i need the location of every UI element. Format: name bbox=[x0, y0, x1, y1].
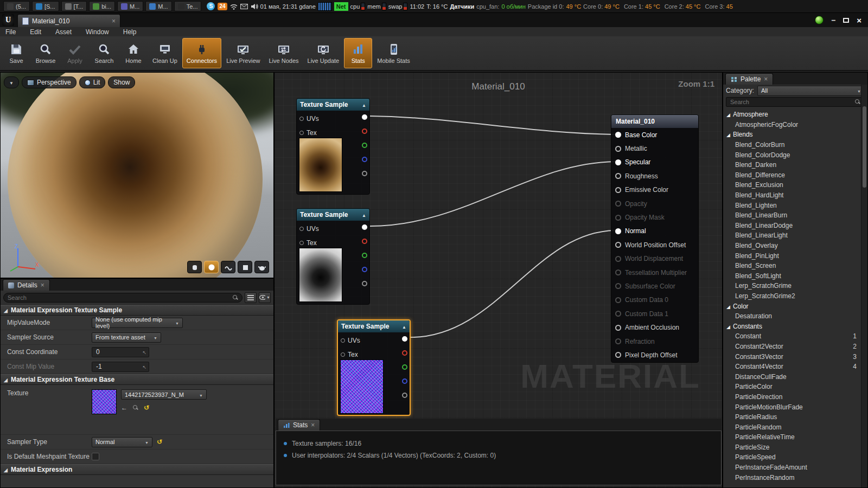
drag-handle-icon[interactable] bbox=[142, 363, 146, 370]
a-output-pin[interactable] bbox=[362, 171, 367, 176]
uvs-pin[interactable] bbox=[299, 117, 304, 121]
palette-list-item[interactable]: Blend_LinearDodge bbox=[723, 221, 861, 231]
volume-icon[interactable] bbox=[251, 3, 258, 10]
taskbar-window-button[interactable]: (5... bbox=[3, 1, 30, 11]
mem-meter[interactable]: mem bbox=[367, 3, 386, 10]
g-output-pin[interactable] bbox=[402, 364, 407, 370]
close-icon[interactable] bbox=[764, 75, 768, 83]
palette-list-item[interactable]: Lerp_ScratchGrime bbox=[723, 281, 861, 291]
live-nodes-button[interactable]: Live Nodes bbox=[265, 38, 302, 68]
network-graph[interactable] bbox=[318, 2, 332, 11]
palette-list-item[interactable]: ParticleRadius bbox=[723, 412, 861, 422]
uvs-pin[interactable] bbox=[299, 227, 304, 231]
stats-button[interactable]: Stats bbox=[344, 38, 372, 68]
palette-list-item[interactable]: Constant4Vector 4 bbox=[723, 362, 861, 372]
r-output-pin[interactable] bbox=[402, 350, 407, 356]
tex-pin[interactable] bbox=[299, 241, 304, 245]
palette-list-item[interactable]: Constant2Vector 2 bbox=[723, 342, 861, 352]
palette-list-item[interactable]: ParticleSpeed bbox=[723, 452, 861, 463]
palette-list-item[interactable]: Blend_LinearLight bbox=[723, 230, 861, 241]
palette-list-item[interactable]: ParticleColor bbox=[723, 382, 861, 392]
minimize-button[interactable] bbox=[831, 16, 835, 24]
g-output-pin[interactable] bbox=[362, 253, 367, 258]
reset-to-default-icon[interactable] bbox=[157, 438, 162, 446]
palette-list-item[interactable]: Blend_PinLight bbox=[723, 251, 861, 261]
save-button[interactable]: Save bbox=[2, 38, 30, 68]
net-monitor-label[interactable]: Net bbox=[334, 2, 348, 11]
palette-scrollbar[interactable] bbox=[861, 85, 867, 487]
home-button[interactable]: Home bbox=[119, 38, 148, 68]
palette-list-item[interactable]: AtmosphericFogColor bbox=[723, 120, 861, 130]
palette-list-item[interactable]: Blend_Screen bbox=[723, 261, 861, 271]
b-output-pin[interactable] bbox=[362, 267, 367, 272]
mobile-stats-button[interactable]: Mobile Stats bbox=[373, 38, 414, 68]
details-tab[interactable]: Details bbox=[3, 279, 50, 291]
collapse-icon[interactable] bbox=[362, 211, 366, 219]
palette-list-item[interactable]: ParticleMotionBlurFade bbox=[723, 402, 861, 412]
palette-list-item[interactable]: ParticleRelativeTime bbox=[723, 432, 861, 442]
section-texture-sample[interactable]: Material Expression Texture Sample bbox=[1, 305, 273, 316]
material-input-pin[interactable] bbox=[615, 132, 621, 138]
palette-search-input[interactable] bbox=[730, 99, 855, 105]
taskbar-window-button[interactable]: M... bbox=[145, 1, 171, 11]
viewport-options-button[interactable] bbox=[4, 76, 19, 88]
palette-list-item[interactable]: Color bbox=[723, 301, 861, 311]
scrollbar-thumb[interactable] bbox=[863, 106, 866, 188]
lit-mode-button[interactable]: Lit bbox=[79, 76, 106, 88]
palette-list-item[interactable]: PerInstanceRandom bbox=[723, 472, 861, 483]
taskbar-window-button[interactable]: bi... bbox=[89, 1, 115, 11]
material-input-pin[interactable] bbox=[615, 228, 621, 234]
taskbar-window-button[interactable]: [S... bbox=[32, 1, 59, 11]
texture-asset-dropdown[interactable]: 1442172523937_N_M bbox=[121, 389, 207, 400]
expand-arrow-icon[interactable] bbox=[726, 111, 730, 118]
r-output-pin[interactable] bbox=[362, 239, 367, 244]
collapse-icon[interactable] bbox=[402, 323, 406, 330]
close-window-button[interactable] bbox=[857, 16, 861, 25]
mip-value-mode-dropdown[interactable]: None (use computed mip level) bbox=[92, 318, 183, 328]
section-material-expression[interactable]: Material Expression bbox=[1, 464, 273, 475]
a-output-pin[interactable] bbox=[402, 393, 407, 398]
cpu-meter[interactable]: cpu bbox=[350, 3, 366, 10]
menu-edit[interactable]: Edit bbox=[30, 28, 41, 36]
material-input-pin[interactable] bbox=[615, 201, 621, 207]
palette-list-item[interactable]: DistanceCullFade bbox=[723, 371, 861, 382]
search-button[interactable]: Search bbox=[90, 38, 118, 68]
rgb-output-pin[interactable] bbox=[402, 336, 407, 342]
node-header[interactable]: Texture Sample bbox=[297, 99, 369, 111]
palette-tab[interactable]: Palette bbox=[725, 73, 773, 85]
taskbar-window-button[interactable]: Te... bbox=[174, 1, 202, 11]
b-output-pin[interactable] bbox=[402, 378, 407, 384]
material-input-pin[interactable] bbox=[615, 352, 621, 358]
mail-icon[interactable] bbox=[240, 4, 248, 9]
uvs-pin[interactable] bbox=[341, 338, 345, 343]
swap-meter[interactable]: swap bbox=[388, 3, 408, 10]
palette-list-item[interactable]: ParticleSize bbox=[723, 442, 861, 453]
palette-list-item[interactable]: Blend_ColorDodge bbox=[723, 150, 861, 160]
wifi-icon[interactable] bbox=[230, 3, 238, 10]
const-mip-value-field[interactable]: -1 bbox=[92, 362, 149, 372]
palette-list-item[interactable]: Blend_Overlay bbox=[723, 241, 861, 251]
tex-pin[interactable] bbox=[299, 131, 304, 135]
preview-viewport[interactable]: Perspective Lit Show Z X bbox=[0, 72, 274, 278]
palette-list-item[interactable]: Atmosphere bbox=[723, 110, 861, 120]
palette-list-item[interactable]: Constant 1 bbox=[723, 331, 861, 342]
property-matrix-button[interactable] bbox=[245, 292, 257, 303]
material-input-pin[interactable] bbox=[615, 159, 621, 165]
source-control-status-icon[interactable] bbox=[815, 16, 824, 24]
rgb-output-pin[interactable] bbox=[362, 224, 367, 230]
palette-list-item[interactable]: ParticleRandom bbox=[723, 422, 861, 432]
uptime-clock[interactable]: 11:02 bbox=[410, 3, 424, 10]
material-input-pin[interactable] bbox=[615, 256, 621, 262]
palette-list-item[interactable]: ParticleDirection bbox=[723, 392, 861, 402]
use-selected-asset-icon[interactable] bbox=[121, 404, 127, 412]
material-input-pin[interactable] bbox=[615, 173, 621, 179]
asset-tab[interactable]: Material_010 bbox=[17, 14, 120, 27]
palette-list-item[interactable]: Blend_HardLight bbox=[723, 190, 861, 201]
clock-date[interactable]: 01 мая, 21:31 gdane bbox=[260, 3, 316, 10]
taskbar-window-button[interactable]: M... bbox=[117, 1, 143, 11]
perspective-button[interactable]: Perspective bbox=[22, 76, 76, 88]
close-icon[interactable] bbox=[41, 281, 44, 289]
material-input-pin[interactable] bbox=[615, 242, 621, 248]
texture-sample-node-1[interactable]: Texture Sample UVs Tex bbox=[296, 98, 370, 195]
maximize-button[interactable] bbox=[843, 18, 849, 23]
